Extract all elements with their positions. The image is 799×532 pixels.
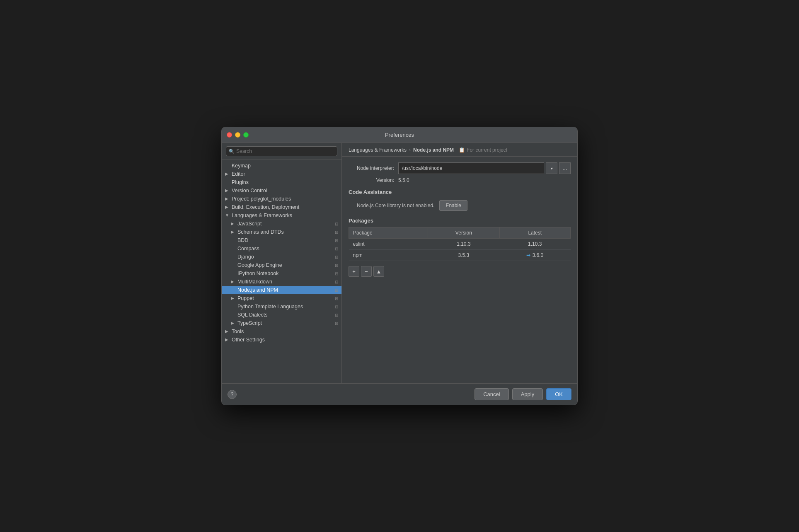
cancel-button[interactable]: Cancel xyxy=(475,388,508,400)
ok-button[interactable]: OK xyxy=(546,388,571,400)
settings-icon: ⊟ xyxy=(335,247,338,251)
preferences-window: Preferences 🔍 KeymapEditorPluginsVersion… xyxy=(221,127,578,405)
package-version: 3.5.3 xyxy=(428,250,499,261)
enable-button[interactable]: Enable xyxy=(439,200,467,211)
search-icon: 🔍 xyxy=(229,149,235,154)
chevron-icon xyxy=(231,321,236,326)
breadcrumb-current: Node.js and NPM xyxy=(413,147,454,153)
settings-icon: ⊟ xyxy=(335,321,338,326)
main-panel: Languages & Frameworks › Node.js and NPM… xyxy=(342,143,577,383)
table-row[interactable]: eslint1.10.31.10.3 xyxy=(349,239,571,250)
sidebar-item-label: BDD xyxy=(237,237,248,243)
sidebar-item-sql-dialects[interactable]: SQL Dialects⊟ xyxy=(222,311,341,319)
sidebar-item-label: SQL Dialects xyxy=(237,312,267,318)
settings-icon: ⊟ xyxy=(335,305,338,309)
interpreter-row: Node interpreter: ▾ … xyxy=(349,162,571,174)
breadcrumb-project: 📋 For current project xyxy=(459,147,507,153)
sidebar-item-label: IPython Notebook xyxy=(237,271,278,276)
sidebar-item-label: Tools xyxy=(232,329,244,334)
sidebar-item-build-exec-deploy[interactable]: Build, Execution, Deployment xyxy=(222,203,341,211)
chevron-icon xyxy=(225,337,230,342)
sidebar-item-puppet[interactable]: Puppet⊟ xyxy=(222,294,341,302)
apply-button[interactable]: Apply xyxy=(512,388,543,400)
version-label: Version: xyxy=(349,177,398,183)
sidebar-item-multimarkdown[interactable]: MultiMarkdown⊟ xyxy=(222,278,341,286)
sidebar-item-label: Google App Engine xyxy=(237,262,282,268)
settings-icon: ⊟ xyxy=(335,238,338,243)
sidebar-item-bdd[interactable]: BDD⊟ xyxy=(222,236,341,244)
sidebar-item-editor[interactable]: Editor xyxy=(222,170,341,178)
remove-package-button[interactable]: − xyxy=(361,266,372,277)
sidebar-item-plugins[interactable]: Plugins xyxy=(222,178,341,186)
chevron-icon xyxy=(231,230,236,235)
version-value: 5.5.0 xyxy=(398,177,409,183)
table-actions: + − ▲ xyxy=(349,266,571,277)
package-name: npm xyxy=(349,250,428,261)
sidebar-item-label: MultiMarkdown xyxy=(237,279,272,285)
sidebar-item-typescript[interactable]: TypeScript⊟ xyxy=(222,319,341,327)
help-button[interactable]: ? xyxy=(228,390,237,399)
traffic-lights xyxy=(227,132,249,138)
code-assistance-title: Code Assistance xyxy=(349,189,571,195)
package-name: eslint xyxy=(349,239,428,250)
packages-title: Packages xyxy=(349,218,571,224)
table-row[interactable]: npm3.5.3➡3.6.0 xyxy=(349,250,571,261)
close-button[interactable] xyxy=(227,132,232,138)
sidebar-item-label: Other Settings xyxy=(232,337,265,343)
sidebar-item-label: TypeScript xyxy=(237,320,262,326)
package-version: 1.10.3 xyxy=(428,239,499,250)
sidebar-item-schemas-dtds[interactable]: Schemas and DTDs⊟ xyxy=(222,228,341,236)
sidebar-item-label: Languages & Frameworks xyxy=(232,213,292,218)
sidebar-item-other-settings[interactable]: Other Settings xyxy=(222,336,341,344)
sidebar-item-languages-frameworks[interactable]: Languages & Frameworks xyxy=(222,211,341,220)
package-latest: 1.10.3 xyxy=(499,239,570,250)
packages-header-row: Package Version Latest xyxy=(349,227,571,239)
search-wrap: 🔍 xyxy=(226,146,337,156)
sidebar-item-project[interactable]: Project: polyglot_modules xyxy=(222,195,341,203)
bottom-actions: Cancel Apply OK xyxy=(475,388,571,400)
minimize-button[interactable] xyxy=(235,132,240,138)
chevron-icon xyxy=(231,279,236,284)
interpreter-label: Node interpreter: xyxy=(349,165,398,171)
search-input[interactable] xyxy=(226,146,337,156)
sidebar-item-google-app-engine[interactable]: Google App Engine⊟ xyxy=(222,261,341,269)
project-icon: 📋 xyxy=(459,147,465,153)
settings-icon: ⊟ xyxy=(335,280,338,284)
sidebar-item-label: Compass xyxy=(237,246,259,251)
sidebar-item-compass[interactable]: Compass⊟ xyxy=(222,244,341,253)
settings-icon: ⊟ xyxy=(335,263,338,268)
interpreter-input[interactable] xyxy=(398,162,544,174)
sidebar-item-label: Editor xyxy=(232,171,245,177)
update-package-button[interactable]: ▲ xyxy=(373,266,384,277)
sidebar-item-django[interactable]: Django⊟ xyxy=(222,253,341,261)
packages-table: Package Version Latest eslint1.10.31.10.… xyxy=(349,227,571,261)
chevron-icon xyxy=(231,221,236,226)
sidebar-item-label: Build, Execution, Deployment xyxy=(232,204,299,210)
interpreter-dropdown-button[interactable]: ▾ xyxy=(546,162,557,174)
sidebar-item-version-control[interactable]: Version Control xyxy=(222,186,341,195)
sidebar-item-label: Keymap xyxy=(232,163,251,169)
maximize-button[interactable] xyxy=(243,132,249,138)
packages-tbody: eslint1.10.31.10.3npm3.5.3➡3.6.0 xyxy=(349,239,571,261)
sidebar-item-javascript[interactable]: JavaScript⊟ xyxy=(222,220,341,228)
sidebar-item-label: Schemas and DTDs xyxy=(237,229,284,235)
chevron-icon xyxy=(225,196,230,201)
panel-content: Node interpreter: ▾ … Version: 5.5.0 Cod… xyxy=(342,157,577,383)
sidebar-item-label: JavaScript xyxy=(237,221,261,227)
sidebar-item-tools[interactable]: Tools xyxy=(222,327,341,336)
sidebar-item-nodejs-npm[interactable]: Node.js and NPM⊟ xyxy=(222,286,341,294)
settings-icon: ⊟ xyxy=(335,271,338,276)
sidebar-item-label: Python Template Languages xyxy=(237,304,303,310)
sidebar-item-ipython-notebook[interactable]: IPython Notebook⊟ xyxy=(222,269,341,278)
settings-icon: ⊟ xyxy=(335,222,338,226)
interpreter-more-button[interactable]: … xyxy=(559,162,571,174)
add-package-button[interactable]: + xyxy=(349,266,359,277)
package-latest: ➡3.6.0 xyxy=(499,250,570,261)
version-row: Version: 5.5.0 xyxy=(349,177,571,183)
sidebar-item-python-template[interactable]: Python Template Languages⊟ xyxy=(222,302,341,311)
search-bar: 🔍 xyxy=(222,143,341,160)
sidebar-item-keymap[interactable]: Keymap xyxy=(222,162,341,170)
col-version: Version xyxy=(428,227,499,239)
main-content: 🔍 KeymapEditorPluginsVersion ControlProj… xyxy=(222,143,577,383)
interpreter-input-wrap: ▾ … xyxy=(398,162,571,174)
